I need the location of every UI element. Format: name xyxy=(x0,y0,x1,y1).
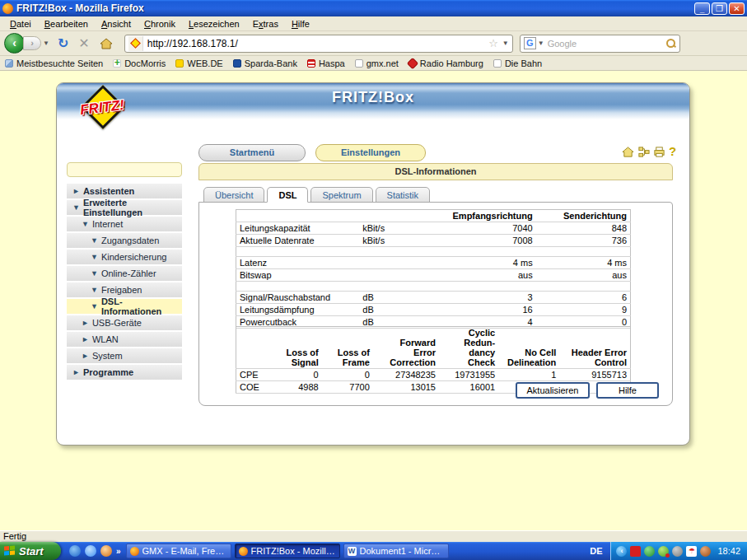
bookmark-gmx-net[interactable]: gmx.net xyxy=(355,58,399,68)
taskbar-window-dokument1[interactable]: WDokument1 - Microsof... xyxy=(343,544,449,558)
menu-extras[interactable]: Extras xyxy=(246,17,285,30)
fritz-logo: FRITZ! xyxy=(78,85,126,133)
sidebar-item-label: Assistenten xyxy=(83,186,134,196)
search-icon[interactable] xyxy=(665,38,676,49)
taskbar-window-gmx[interactable]: GMX - E-Mail, FreeMai... xyxy=(126,544,231,558)
error-col-header: Header Error Control xyxy=(559,327,630,369)
content-tab-statistik[interactable]: Statistik xyxy=(376,187,431,203)
chevron-down-icon: ▼ xyxy=(91,269,98,278)
tx-value: aus xyxy=(536,269,631,282)
ie2-quicklaunch-icon[interactable] xyxy=(85,545,96,557)
search-input[interactable]: Google xyxy=(548,39,665,49)
media-quicklaunch-icon[interactable] xyxy=(100,545,112,557)
google-engine-icon[interactable]: G xyxy=(524,37,536,49)
taskbar-window-fritz-box[interactable]: FRITZ!Box - Mozilla Fi... xyxy=(235,544,340,558)
menu-hilfe[interactable]: Hilfe xyxy=(285,17,316,30)
sidebar-item-dsl-informationen[interactable]: ▼DSL-Informationen xyxy=(67,299,182,314)
back-button[interactable]: ‹ xyxy=(4,33,25,54)
tx-value: 6 xyxy=(536,292,631,304)
bookmark-sparda-bank[interactable]: Sparda-Bank xyxy=(233,58,297,68)
home-icon[interactable] xyxy=(622,146,634,158)
bookmark-meistbesuchte-seiten[interactable]: Meistbesuchte Seiten xyxy=(5,58,103,68)
content-tab-dsl[interactable]: DSL xyxy=(267,187,308,203)
error-col-header xyxy=(236,327,269,369)
row-unit: dB xyxy=(359,292,425,304)
tray-avira-icon[interactable]: ☂ xyxy=(686,546,697,557)
menu-lesezeichen[interactable]: Lesezeichen xyxy=(182,17,246,30)
print-icon[interactable] xyxy=(653,146,665,158)
bookmark-radio-hamburg[interactable]: Radio Hamburg xyxy=(409,58,483,68)
menu-bearbeiten[interactable]: Bearbeiten xyxy=(38,17,95,30)
window-titlebar[interactable]: FRITZ!Box - Mozilla Firefox _ ❐ ✕ xyxy=(0,0,747,16)
engine-dropdown-icon[interactable]: ▼ xyxy=(538,40,544,47)
sidebar-item-erweiterte-einstellungen[interactable]: ▼Erweiterte Einstellungen xyxy=(67,200,182,215)
chevron-right-icon: ► xyxy=(82,352,89,360)
radio-icon xyxy=(407,57,418,68)
quicklaunch-overflow-icon[interactable]: » xyxy=(116,547,121,556)
taskbar-window-label: Dokument1 - Microsof... xyxy=(360,546,445,556)
home-button[interactable] xyxy=(100,37,113,50)
dsl-col-header xyxy=(359,210,425,222)
tray-pdf-icon[interactable] xyxy=(630,546,641,557)
sitemap-icon[interactable] xyxy=(637,146,650,158)
minimize-button[interactable]: _ xyxy=(694,2,710,15)
tray-gray-icon[interactable] xyxy=(672,546,683,557)
sidebar-item-zugangsdaten[interactable]: ▼Zugangsdaten xyxy=(67,233,182,248)
ie-quicklaunch-icon[interactable] xyxy=(69,545,81,557)
sidebar-item-kindersicherung[interactable]: ▼Kindersicherung xyxy=(67,250,182,264)
tray-green2-icon[interactable] xyxy=(658,546,669,557)
taskbar-clock[interactable]: 18:42 xyxy=(717,546,740,556)
sidebar-item-usb-ger-te[interactable]: ►USB-Geräte xyxy=(67,315,182,330)
menu-ansicht[interactable]: Ansicht xyxy=(95,17,138,30)
history-dropdown-icon[interactable]: ▼ xyxy=(43,40,49,47)
url-text[interactable]: http://192.168.178.1/ xyxy=(147,38,488,49)
menu-chronik[interactable]: Chronik xyxy=(138,17,182,30)
sidebar-item-label: Internet xyxy=(92,219,123,229)
bookmark-star-icon[interactable]: ☆ xyxy=(488,37,498,49)
sidebar-item-label: System xyxy=(92,351,123,361)
start-button[interactable]: Start xyxy=(0,542,61,560)
search-box[interactable]: G ▼ Google xyxy=(520,35,680,53)
sidebar-item-label: WLAN xyxy=(92,334,119,344)
bookmark-docmorris[interactable]: DocMorris xyxy=(113,58,166,68)
bookmark-haspa[interactable]: Haspa xyxy=(307,58,345,68)
content-tab-bersicht[interactable]: Übersicht xyxy=(203,187,264,203)
sidebar-item-wlan[interactable]: ►WLAN xyxy=(67,332,182,347)
sidebar-item-system[interactable]: ►System xyxy=(67,348,182,363)
content-tab-spektrum[interactable]: Spektrum xyxy=(310,187,372,203)
row-label: Aktuelle Datenrate xyxy=(236,235,360,247)
sidebar-item-internet[interactable]: ▼Internet xyxy=(67,217,182,231)
restore-button[interactable]: ❐ xyxy=(712,2,727,15)
start-label: Start xyxy=(19,545,44,558)
reload-button[interactable]: ↻ xyxy=(58,35,68,51)
close-button[interactable]: ✕ xyxy=(729,2,745,15)
sidebar-item-programme[interactable]: ►Programme xyxy=(67,365,182,380)
green-cross-icon xyxy=(113,59,121,68)
menu-datei[interactable]: Datei xyxy=(3,17,38,30)
status-text: Fertig xyxy=(3,531,26,541)
language-indicator[interactable]: DE xyxy=(590,546,602,556)
rx-value: 3 xyxy=(425,292,536,304)
sidebar-item-online-z-hler[interactable]: ▼Online-Zähler xyxy=(67,266,182,281)
refresh-button[interactable]: Aktualisieren xyxy=(516,382,590,399)
help-button[interactable]: Hilfe xyxy=(596,382,659,399)
tray-green1-icon[interactable] xyxy=(644,546,655,557)
row-label: Leitungskapazität xyxy=(236,222,360,235)
forward-button[interactable]: › xyxy=(23,36,41,50)
bookmark-die-bahn[interactable]: Die Bahn xyxy=(493,58,542,68)
sidebar-item-freigaben[interactable]: ▼Freigaben xyxy=(67,282,182,297)
table-row: Signal/RauschabstanddB36 xyxy=(236,292,631,304)
url-bar[interactable]: http://192.168.178.1/ ☆ ▼ xyxy=(124,35,513,53)
tray-update-icon[interactable] xyxy=(700,546,711,557)
url-dropdown-icon[interactable]: ▼ xyxy=(502,40,509,47)
tab-einstellungen[interactable]: Einstellungen xyxy=(315,144,426,161)
tray-collapse-icon[interactable]: ‹ xyxy=(616,546,627,557)
help-icon[interactable]: ? xyxy=(669,145,676,158)
fritz-logo-text: FRITZ! xyxy=(72,96,132,119)
bookmark-web-de[interactable]: WEB.DE xyxy=(175,58,222,68)
tab-startmenu[interactable]: Startmenü xyxy=(198,144,306,161)
sidebar-item-label: USB-Geräte xyxy=(92,318,142,328)
site-favicon xyxy=(128,36,143,51)
sidebar-item-assistenten[interactable]: ►Assistenten xyxy=(67,184,182,198)
stop-button[interactable]: ✕ xyxy=(78,35,89,51)
